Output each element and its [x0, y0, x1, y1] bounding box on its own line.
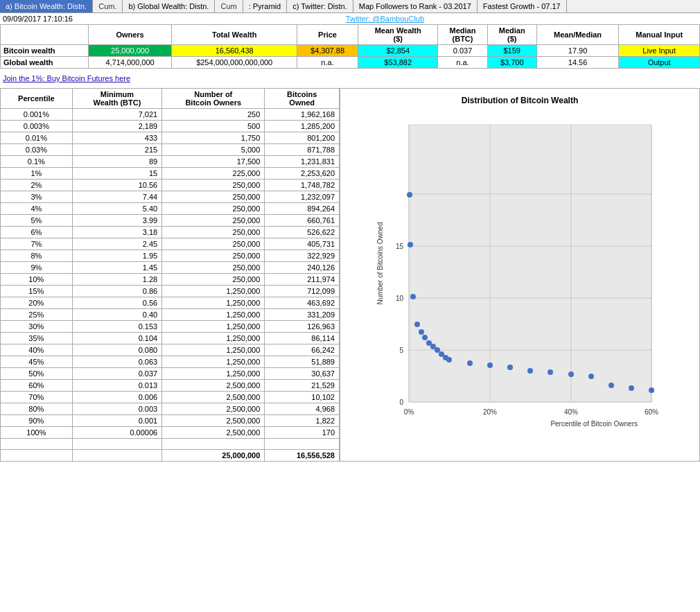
- cell-percentile: 0.1%: [1, 156, 73, 168]
- data-table-row: 0.03% 215 5,000 871,788: [1, 144, 340, 156]
- col-header-total-wealth: Total Wealth: [172, 25, 297, 45]
- chart-point: [609, 383, 614, 388]
- cell-min-wealth: 1.28: [72, 274, 161, 286]
- tab-pyramid[interactable]: : Pyramid: [243, 0, 287, 12]
- cell-num-owners: 250,000: [162, 238, 265, 250]
- cell-btc-owned: 126,963: [265, 321, 340, 333]
- bitcoin-row-label: Bitcoin wealth: [1, 45, 89, 57]
- chart-point: [419, 329, 424, 335]
- data-table-row: 6% 3.18 250,000 526,622: [1, 227, 340, 238]
- svg-text:0: 0: [399, 399, 403, 406]
- cell-btc-owned: 2,253,620: [265, 168, 340, 180]
- data-table-row: 25% 0.40 1,250,000 331,209: [1, 309, 340, 321]
- cell-btc-owned: 894,264: [265, 203, 340, 215]
- cell-min-wealth: 0.56: [72, 297, 161, 309]
- cell-num-owners: 500: [162, 121, 265, 132]
- chart-point: [410, 294, 416, 299]
- col-percentile: Percentile: [1, 89, 73, 109]
- bitcoin-owners: 25,000,000: [88, 45, 171, 57]
- cell-min-wealth: 0.080: [72, 344, 161, 356]
- totals-empty: [72, 450, 161, 462]
- cell-btc-owned: 240,126: [265, 262, 340, 274]
- cell-btc-owned: 331,209: [265, 309, 340, 321]
- svg-text:40%: 40%: [564, 408, 578, 416]
- twitter-link[interactable]: Twitter: @BambouClub: [346, 15, 424, 23]
- cell-num-owners: 17,500: [162, 156, 265, 168]
- cell-num-owners: 1,250,000: [162, 368, 265, 380]
- cell-percentile: 90%: [1, 415, 73, 427]
- chart-point: [527, 368, 533, 374]
- tab-global-wealth-distn[interactable]: b) Global Wealth: Distn.: [123, 0, 215, 12]
- global-price: n.a.: [297, 57, 358, 69]
- cell-percentile: 0.01%: [1, 132, 73, 144]
- cell-min-wealth: 0.40: [72, 309, 161, 321]
- data-table-row: 0.001% 7,021 250 1,962,168: [1, 109, 340, 121]
- tab-twitter-distn[interactable]: c) Twitter: Distn.: [287, 0, 353, 12]
- cell-num-owners: 250,000: [162, 274, 265, 286]
- cell-num-owners: 250,000: [162, 215, 265, 227]
- data-table-row: 0.01% 433 1,750 801,200: [1, 132, 340, 144]
- chart-point: [435, 347, 440, 353]
- tab-bitcoin-wealth-distn[interactable]: a) Bitcoin Wealth: Distn.: [0, 0, 93, 12]
- chart-container: Distribution of Bitcoin Wealth: [340, 88, 700, 462]
- cell-min-wealth: 0.003: [72, 403, 161, 415]
- tab-map-followers[interactable]: Map Followers to Rank - 03.2017: [353, 0, 478, 12]
- join-link[interactable]: Join the 1%: Buy Bitcoin Futures here: [1, 71, 699, 85]
- tab-cum-2[interactable]: Cum: [215, 0, 243, 12]
- cell-btc-owned: 51,889: [265, 356, 340, 368]
- data-table-container: Percentile MinimumWealth (BTC) Number of…: [0, 88, 340, 462]
- cell-min-wealth: 0.013: [72, 380, 161, 392]
- col-header-median-usd: Median($): [487, 25, 536, 45]
- cell-percentile: 20%: [1, 297, 73, 309]
- cell-btc-owned: 405,731: [265, 238, 340, 250]
- cell-percentile: 3%: [1, 191, 73, 203]
- data-table-row: 90% 0.001 2,500,000 1,822: [1, 415, 340, 427]
- chart-point: [408, 242, 413, 247]
- col-header-price: Price: [297, 25, 358, 45]
- cell-num-owners: 250,000: [162, 180, 265, 191]
- cell-min-wealth: 0.00006: [72, 427, 161, 439]
- totals-btc-owned: 16,556,528: [265, 450, 340, 462]
- cell-percentile: 1%: [1, 168, 73, 180]
- tab-cum-1[interactable]: Cum.: [93, 0, 123, 12]
- cell-btc-owned: 660,761: [265, 215, 340, 227]
- join-link-container: Join the 1%: Buy Bitcoin Futures here: [0, 69, 700, 88]
- global-status: Output: [619, 57, 700, 69]
- cell-min-wealth: 1.45: [72, 262, 161, 274]
- bitcoin-status: Live Input: [619, 45, 700, 57]
- data-table-row: 100% 0.00006 2,500,000 170: [1, 427, 340, 439]
- svg-text:10: 10: [396, 295, 404, 302]
- global-owners: 4,714,000,000: [88, 57, 171, 69]
- cell-num-owners: 250,000: [162, 203, 265, 215]
- tab-fastest-growth[interactable]: Fastest Growth - 07.17: [478, 0, 567, 12]
- empty-row: [1, 439, 340, 450]
- cell-percentile: 45%: [1, 356, 73, 368]
- data-table-row: 35% 0.104 1,250,000 86,114: [1, 333, 340, 344]
- data-table-row: 0.003% 2,189 500 1,285,200: [1, 121, 340, 132]
- svg-text:0%: 0%: [404, 408, 414, 416]
- cell-min-wealth: 2,189: [72, 121, 161, 132]
- cell-percentile: 0.03%: [1, 144, 73, 156]
- chart-point: [649, 387, 654, 393]
- data-table-row: 50% 0.037 1,250,000 30,637: [1, 368, 340, 380]
- data-table-row: 30% 0.153 1,250,000 126,963: [1, 321, 340, 333]
- bitcoin-price: $4,307.88: [297, 45, 358, 57]
- cell-btc-owned: 1,285,200: [265, 121, 340, 132]
- chart-point: [588, 374, 594, 379]
- col-header-median-btc: Median(BTC): [438, 25, 487, 45]
- cell-percentile: 15%: [1, 286, 73, 297]
- col-num-owners: Number ofBitcoin Owners: [162, 89, 265, 109]
- bitcoin-median-usd: $159: [487, 45, 536, 57]
- cell-btc-owned: 1,822: [265, 415, 340, 427]
- cell-num-owners: 1,250,000: [162, 297, 265, 309]
- cell-btc-owned: 21,529: [265, 380, 340, 392]
- cell-min-wealth: 0.001: [72, 415, 161, 427]
- cell-percentile: 9%: [1, 262, 73, 274]
- svg-rect-0: [409, 125, 651, 402]
- chart-point: [629, 385, 634, 391]
- data-table-row: 4% 5.40 250,000 894,264: [1, 203, 340, 215]
- global-row-label: Global wealth: [1, 57, 89, 69]
- svg-text:Percentile of Bitcoin Owners: Percentile of Bitcoin Owners: [550, 420, 638, 428]
- cell-num-owners: 5,000: [162, 144, 265, 156]
- data-table-row: 3% 7.44 250,000 1,232,097: [1, 191, 340, 203]
